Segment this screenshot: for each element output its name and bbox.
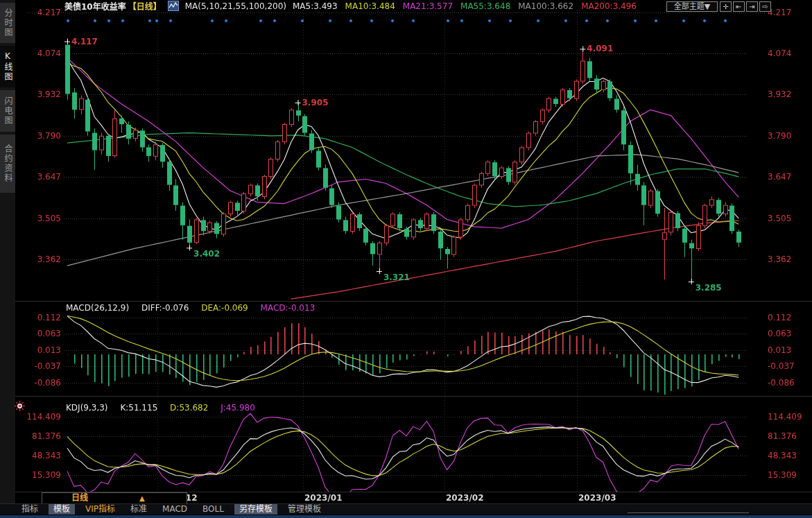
kdj-axis-tick-right: 114.409 bbox=[768, 412, 802, 422]
trading-app-window: { "colors":{"axis_text":"#cf3a44","candl… bbox=[0, 0, 812, 518]
time-axis-tick: 2023/03 bbox=[578, 493, 616, 503]
theme-dropdown-button[interactable]: 全部主题▼ bbox=[666, 1, 718, 12]
compress-axis-icon[interactable]: ⇤ bbox=[733, 1, 745, 12]
tab-5[interactable]: BOLL bbox=[198, 504, 229, 515]
kdj-j-value: J:45.980 bbox=[221, 403, 255, 413]
sidebar-item-0[interactable]: 分时图 bbox=[0, 3, 15, 43]
main-axis-tick-left: 3.647 bbox=[25, 172, 61, 182]
macd-axis-tick-right: -0.037 bbox=[768, 361, 795, 371]
tab-7[interactable]: 管理模板 bbox=[283, 504, 326, 515]
main-axis-tick-right: 4.074 bbox=[768, 49, 791, 58]
macd-axis-tick-right: 0.112 bbox=[768, 313, 791, 322]
kdj-axis-tick-left: 81.376 bbox=[25, 431, 61, 441]
tab-6[interactable]: 另存模板 bbox=[234, 504, 277, 515]
kdj-name: KDJ(9,3,3) bbox=[66, 403, 108, 413]
main-axis-tick-left: 3.932 bbox=[25, 89, 61, 99]
pane-divider-kdj bbox=[15, 396, 812, 397]
pane-divider-macd bbox=[15, 301, 812, 302]
period-tag: 【日线】 bbox=[128, 0, 162, 12]
ma-group-label: MA(5,10,21,55,100,200) bbox=[185, 1, 286, 11]
macd-name: MACD(26,12,9) bbox=[66, 303, 129, 313]
macd-diff-value: DIFF:-0.076 bbox=[141, 303, 189, 313]
chart-header: 美债10年收益率【日线】 MA(5,10,21,55,100,200) MA5:… bbox=[64, 1, 644, 11]
period-label: 日线 bbox=[71, 493, 88, 503]
sidebar: 分时图K线图闪电图合约资料 bbox=[0, 0, 15, 515]
kdj-k-value: K:51.115 bbox=[120, 403, 157, 413]
popout-icon[interactable]: ⇨ bbox=[759, 1, 771, 12]
alarm-icon[interactable] bbox=[15, 401, 25, 411]
main-axis-tick-left: 3.362 bbox=[25, 254, 61, 264]
ma-value: MA100:3.662 bbox=[518, 1, 573, 11]
time-axis-tick: 2023/02 bbox=[446, 493, 483, 503]
main-axis-tick-right: 3.647 bbox=[768, 172, 791, 182]
main-axis-tick-left: 3.505 bbox=[25, 214, 61, 223]
tab-0[interactable]: 指标 bbox=[17, 504, 43, 515]
chart-canvas[interactable] bbox=[0, 0, 812, 518]
kdj-axis-tick-right: 81.376 bbox=[768, 431, 797, 441]
ma-value: MA21:3.577 bbox=[403, 1, 453, 11]
main-axis-tick-right: 3.362 bbox=[768, 254, 791, 264]
ma-value: MA55:3.648 bbox=[460, 1, 510, 11]
macd-axis-tick-left: 0.112 bbox=[25, 313, 61, 322]
macd-axis-tick-right: -0.086 bbox=[768, 378, 795, 388]
macd-axis-tick-right: 0.063 bbox=[768, 329, 791, 338]
kdj-header: KDJ(9,3,3) K:51.115 D:53.682 J:45.980 bbox=[66, 403, 255, 413]
main-axis-tick-left: 3.790 bbox=[25, 131, 61, 141]
macd-value: MACD:-0.013 bbox=[261, 303, 316, 313]
ma-value: MA10:3.484 bbox=[345, 1, 395, 11]
time-axis-tick: 2023/01 bbox=[304, 493, 342, 503]
macd-axis-tick-right: 0.013 bbox=[768, 345, 791, 355]
macd-axis-tick-left: -0.037 bbox=[25, 361, 61, 371]
kdj-axis-tick-right: 15.309 bbox=[768, 470, 797, 480]
ma-value: MA200:3.496 bbox=[581, 1, 637, 11]
sidebar-item-2[interactable]: 闪电图 bbox=[0, 90, 15, 132]
kdj-axis-tick-left: 114.409 bbox=[25, 412, 61, 422]
sidebar-item-1[interactable]: K线图 bbox=[0, 46, 15, 87]
macd-axis-tick-left: 0.063 bbox=[25, 329, 61, 338]
pan-icon[interactable]: ✛ bbox=[720, 1, 732, 12]
main-axis-tick-right: 3.790 bbox=[768, 131, 791, 141]
bottom-strip bbox=[0, 515, 812, 518]
macd-dea-value: DEA:-0.069 bbox=[201, 303, 248, 313]
instrument-title: 美债10年收益率 bbox=[64, 0, 126, 12]
main-axis-tick-left: 4.074 bbox=[25, 49, 61, 58]
macd-header: MACD(26,12,9) DIFF:-0.076 DEA:-0.069 MAC… bbox=[66, 303, 315, 313]
chart-type-icon[interactable] bbox=[168, 1, 179, 11]
period-arrow-icon: ▲ bbox=[139, 493, 145, 503]
kdj-axis-tick-left: 15.309 bbox=[25, 470, 61, 480]
scrollbar[interactable] bbox=[628, 512, 749, 513]
kdj-axis-tick-right: 48.343 bbox=[768, 451, 797, 460]
tab-1[interactable]: 模板 bbox=[49, 504, 75, 515]
period-selector[interactable]: 日线 ▲ bbox=[42, 492, 187, 504]
tab-3[interactable]: 标准 bbox=[126, 504, 152, 515]
macd-axis-tick-left: -0.086 bbox=[25, 378, 61, 388]
main-axis-tick-left: 4.217 bbox=[25, 8, 61, 17]
tab-4[interactable]: MACD bbox=[157, 504, 192, 515]
sidebar-item-3[interactable]: 合约资料 bbox=[0, 135, 15, 193]
ma-value: MA5:3.493 bbox=[293, 1, 338, 11]
main-axis-tick-right: 3.932 bbox=[768, 89, 791, 99]
kdj-d-value: D:53.682 bbox=[170, 403, 208, 413]
ma-values: MA5:3.493MA10:3.484MA21:3.577MA55:3.648M… bbox=[293, 1, 644, 11]
tab-2[interactable]: VIP指标 bbox=[80, 504, 120, 515]
main-axis-tick-right: 3.505 bbox=[768, 214, 791, 223]
main-axis-tick-right: 4.217 bbox=[768, 8, 791, 17]
macd-axis-tick-left: 0.013 bbox=[25, 345, 61, 355]
kdj-axis-tick-left: 48.343 bbox=[25, 451, 61, 460]
expand-axis-icon[interactable]: ⇥ bbox=[746, 1, 758, 12]
